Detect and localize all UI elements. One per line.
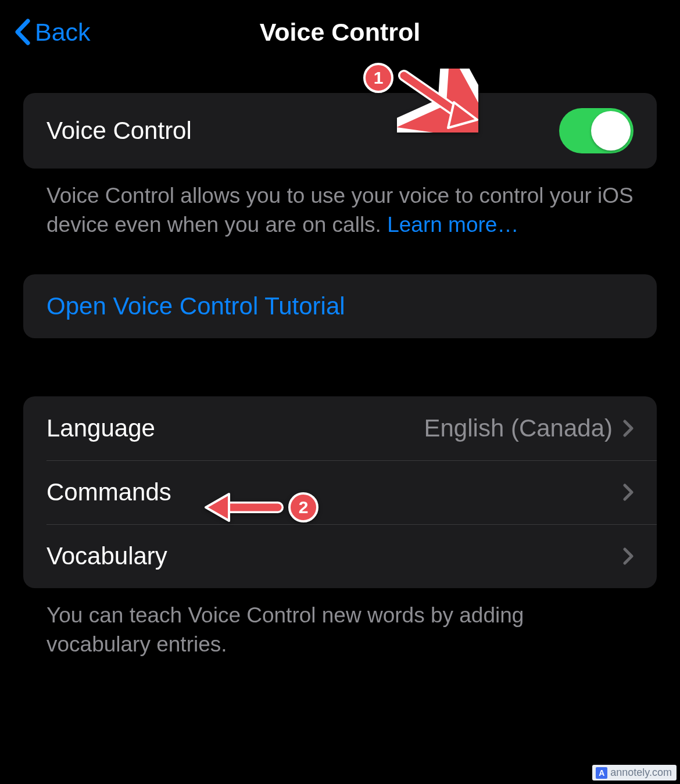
back-label: Back [35,18,91,46]
open-tutorial-label: Open Voice Control Tutorial [46,292,345,320]
annotation-badge-1: 1 [363,63,393,93]
annotely-watermark-text: annotely.com [610,767,672,779]
language-label: Language [46,414,155,442]
chevron-right-icon [623,420,634,437]
page-title: Voice Control [260,18,420,46]
voice-control-toggle[interactable] [559,108,634,153]
annotely-watermark: A annotely.com [592,765,677,781]
voice-control-section: Voice Control Voice Control allows you t… [23,93,657,239]
chevron-right-icon [623,484,634,501]
settings-content: Voice Control Voice Control allows you t… [0,93,680,659]
config-group: Language English (Canada) Commands Vocab… [23,396,657,588]
voice-control-footer: Voice Control allows you to use your voi… [23,169,657,239]
tutorial-section: Open Voice Control Tutorial [23,274,657,338]
chevron-left-icon [14,19,30,45]
voice-control-toggle-group: Voice Control [23,93,657,169]
voice-control-toggle-row: Voice Control [23,93,657,169]
tutorial-group: Open Voice Control Tutorial [23,274,657,338]
chevron-right-icon [623,547,634,565]
annotely-logo-icon: A [596,767,607,779]
language-row[interactable]: Language English (Canada) [23,396,657,460]
config-section: Language English (Canada) Commands Vocab… [23,396,657,659]
commands-row[interactable]: Commands [46,460,657,524]
toggle-knob [591,111,631,151]
learn-more-link[interactable]: Learn more… [387,213,518,237]
vocabulary-footer: You can teach Voice Control new words by… [23,588,657,659]
nav-header: Back Voice Control [0,0,680,64]
open-tutorial-row[interactable]: Open Voice Control Tutorial [23,274,657,338]
back-button[interactable]: Back [14,18,91,46]
voice-control-toggle-label: Voice Control [46,117,192,145]
language-value: English (Canada) [424,414,613,442]
vocabulary-row[interactable]: Vocabulary [46,524,657,588]
vocabulary-label: Vocabulary [46,542,167,570]
voice-control-footer-text: Voice Control allows you to use your voi… [46,184,634,237]
commands-label: Commands [46,478,171,506]
